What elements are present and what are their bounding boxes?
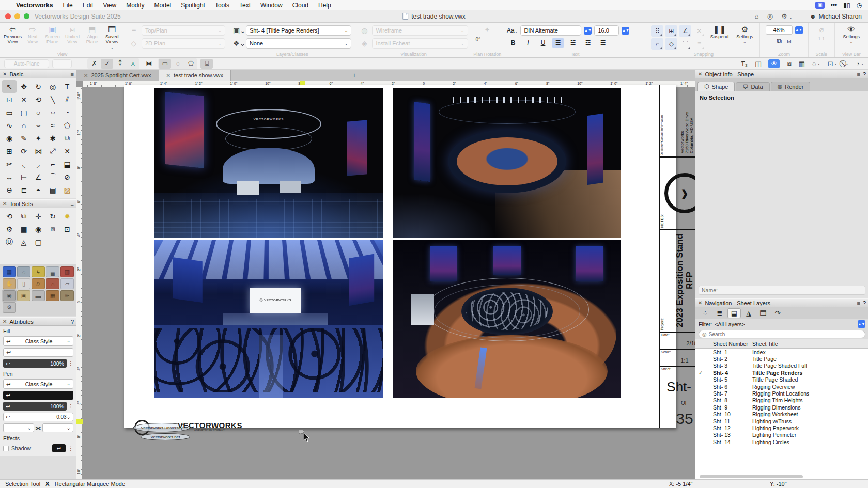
toolset-camera-icon[interactable]: ◉ (31, 223, 45, 235)
menu-item[interactable]: Help (318, 2, 331, 9)
menu-item[interactable]: Modify (126, 2, 144, 9)
fill-opacity-menu-icon[interactable]: ⋮ (68, 360, 73, 366)
help-icon[interactable]: ? (863, 71, 866, 77)
rotate-view-tool-icon[interactable]: ⟲ (31, 93, 45, 106)
battery-icon[interactable]: ▮▯ (843, 2, 850, 9)
arc-length-dimension-tool-icon[interactable]: ⌒ (45, 170, 60, 183)
circle-tool-icon[interactable]: ○ (31, 106, 45, 119)
sheet-row[interactable]: Sht- 5 Tiltle Page Shaded (695, 376, 868, 383)
previous-view-button[interactable]: ⇦ Previous View (4, 25, 22, 51)
projection-dropdown[interactable]: 2D Plan⌄ (142, 38, 225, 49)
magic-wand-tool-icon[interactable]: ✦ (31, 132, 45, 145)
class-dropdown[interactable]: None⌄ (246, 38, 352, 49)
unrestricted-mode-icon[interactable]: ⋏ (127, 59, 139, 69)
sheet-row[interactable]: Sht- 14 Lighting Circles (695, 438, 868, 445)
center-mark-tool-icon[interactable]: ▤ (45, 183, 60, 196)
plan-rotation-value[interactable]: 0° (476, 37, 500, 42)
preferences-mode-icon[interactable]: ⌸ (200, 59, 213, 69)
render-mode-dropdown[interactable]: Wireframe⌄ (372, 25, 468, 36)
spotlight-video-screen-tool-icon[interactable]: ▦ (3, 266, 16, 277)
bold-button[interactable]: B (507, 38, 519, 48)
callout-tool-icon[interactable]: ⊡ (2, 93, 17, 106)
nav-snapping-icon[interactable]: ⁘ (699, 308, 712, 318)
polyline-tool-icon[interactable]: ⌣ (31, 119, 45, 132)
spotlight-tool-14-icon[interactable]: ▦ (46, 290, 59, 301)
delete-vertex-tool-icon[interactable]: ✕ (17, 93, 31, 106)
user-account-button[interactable]: ☻ Michael Sharon (810, 13, 862, 20)
lasso-marquee-mode-icon[interactable]: ◌ (172, 59, 184, 69)
zoom-window-button[interactable] (24, 13, 29, 19)
palette-menu-icon[interactable]: ≡ (65, 319, 68, 325)
menu-item[interactable]: Vectorworks (16, 2, 53, 9)
sheet-row[interactable]: Sht- 6 Rigging Overview (695, 383, 868, 390)
sheet-row[interactable]: Sht- 2 Title Page (695, 355, 868, 362)
snap-to-angle-icon[interactable]: ∠ (679, 25, 691, 37)
spotlight-tool-7-icon[interactable]: ▯ (17, 278, 30, 289)
oval-tool-icon[interactable]: ○ (45, 108, 60, 117)
search-icon[interactable]: ◎ (767, 12, 773, 20)
align-left-button[interactable]: ☰ (552, 38, 564, 48)
double-line-tool-icon[interactable]: ⫽ (60, 93, 74, 106)
toolset-event-design-icon[interactable]: ▢ (31, 235, 45, 248)
pen-style-dropdown[interactable]: ↩ Class Style ⌄ (3, 379, 73, 389)
menu-item[interactable]: View (103, 2, 116, 9)
palette-menu-icon[interactable]: ≡ (71, 201, 74, 207)
filter-value[interactable]: <All Layers> (715, 321, 745, 327)
sheet-row[interactable]: Sht- 7 Rigging Point Locations (695, 390, 868, 397)
font-dropdown[interactable]: DIN Alternate (520, 25, 581, 36)
palette-menu-icon[interactable]: ≡ (857, 71, 860, 77)
zoom-level-field[interactable]: 48% (766, 25, 793, 35)
minimize-window-button[interactable] (14, 13, 20, 19)
tiles-icon[interactable]: ▦ (799, 60, 805, 68)
menu-item[interactable]: Text (239, 2, 251, 9)
drawing-canvas[interactable]: 1'-8"1'-6"1'-4"1'-2"1'-0"10"8"6"4"2"02"4… (76, 81, 695, 479)
suspend-snapping-button[interactable]: ❚❚ Suspend (707, 25, 731, 51)
fit-to-objects-icon[interactable]: ⧈ (787, 37, 791, 45)
snap-to-object-icon[interactable]: ⊞ (665, 25, 677, 37)
close-window-button[interactable] (5, 13, 11, 19)
object-info-header[interactable]: ✕ Object Info - Shape ≡ ? (695, 70, 868, 78)
polygon-tool-icon[interactable]: ⌂ (17, 119, 31, 132)
menu-item[interactable]: Spotlight (181, 2, 205, 9)
tool-sets-palette-header[interactable]: ✕ Tool Sets ≡ (0, 199, 76, 208)
zoom-tool-icon[interactable]: ◎ (45, 80, 60, 93)
spotlight-tool-9-icon[interactable]: ⌂ (46, 278, 59, 289)
link-icon[interactable]: ⫘ (36, 424, 41, 431)
freehand-tool-icon[interactable]: ∿ (2, 119, 17, 132)
text-tool-icon[interactable]: T (60, 80, 74, 93)
menu-item[interactable]: Cloud (292, 2, 308, 9)
line-tool-icon[interactable]: ╲ (45, 93, 60, 106)
viewport-render-3[interactable]: Ⓥ VECTORWORKS (154, 240, 383, 398)
document-tab[interactable]: ✕ 2025 Spotlight Cert.vwx (76, 70, 159, 81)
spotlight-tool-12-icon[interactable]: ▣ (17, 290, 30, 301)
spotlight-tool-2-icon[interactable]: ◌ (17, 266, 30, 277)
interactive-scaling-mode-icon[interactable]: ✓ (101, 59, 113, 69)
layer-dropdown[interactable]: Sht- 4 [Tiltle Page Renders]⌄ (246, 25, 352, 36)
toolset-detailing-icon[interactable]: ↻ (45, 210, 60, 223)
spotlight-tool-6-icon[interactable]: ✋ (3, 278, 16, 289)
unified-view-button[interactable]: ⧈ Unified View (64, 25, 81, 51)
move-by-points-tool-icon[interactable]: ↔ (2, 170, 17, 183)
snap-to-distance-icon[interactable]: ◇ (665, 38, 677, 50)
justify-button[interactable]: ☰ (597, 38, 609, 48)
toolset-dims-notes-icon[interactable]: ✛ (31, 210, 45, 223)
shadow-menu-icon[interactable]: ⋮ (68, 446, 73, 451)
spotlight-tool-10-icon[interactable]: ▱ (60, 278, 74, 289)
spotlight-tool-13-icon[interactable]: ▬ (32, 290, 45, 301)
fill-style-dropdown[interactable]: ↩ Class Style ⌄ (3, 336, 73, 346)
snap-to-grid-icon[interactable]: ⠿ (651, 25, 663, 37)
help-icon[interactable]: ? (863, 300, 866, 306)
snap-to-intersection-icon[interactable]: ⌐ (651, 38, 663, 50)
saved-views-button[interactable]: 🗔 Saved Views ⌄ (103, 25, 121, 51)
nav-classes-icon[interactable]: ◮ (742, 308, 755, 318)
clip-tool-icon[interactable]: ⧉ (60, 132, 74, 145)
zoom-stepper-icon[interactable]: ▲▼ (795, 26, 803, 34)
fillet-tool-icon[interactable]: ◟ (17, 158, 31, 170)
offset-tool-icon[interactable]: ⤢ (45, 145, 60, 158)
close-icon[interactable]: ✕ (3, 319, 7, 324)
attributes-palette-header[interactable]: ✕ Attributes ≡ ? (0, 317, 76, 326)
arc-tool-icon[interactable]: ◔ (60, 106, 74, 119)
spline-tool-icon[interactable]: ≈ (45, 119, 60, 132)
single-object-mode-icon[interactable]: ⁑ (114, 59, 126, 69)
nav-design-layers-icon[interactable]: ≣ (713, 308, 726, 318)
